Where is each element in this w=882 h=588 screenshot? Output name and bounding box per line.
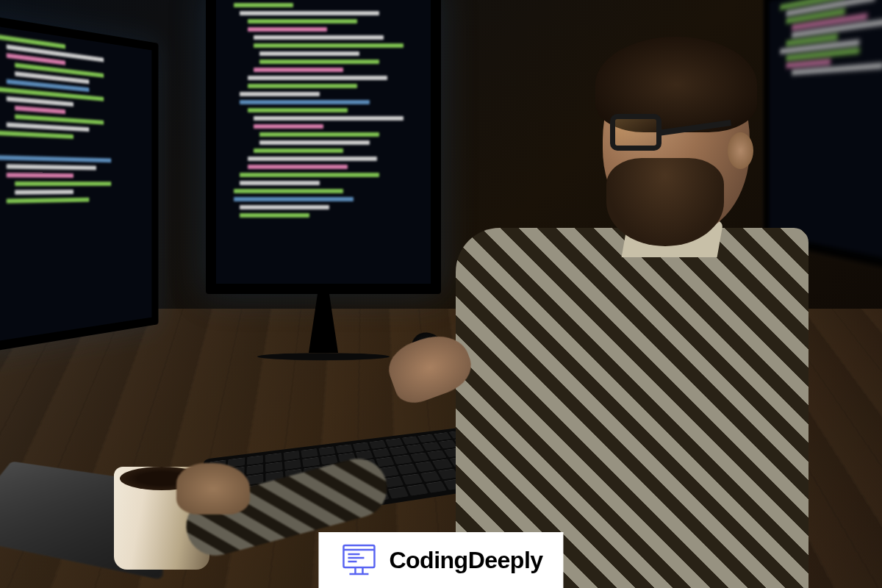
monitor-center [206,0,441,294]
brand-name: CodingDeeply [389,547,542,574]
person-programmer [441,44,808,559]
beard [606,158,724,246]
ear [728,132,753,169]
photograph-scene: CodingDeeply [0,0,882,588]
brand-watermark: CodingDeeply [318,532,563,588]
monitor-left [0,12,158,355]
left-hand [176,463,250,514]
svg-rect-0 [343,545,374,567]
glasses-lens [610,114,662,151]
code-content [216,0,431,229]
code-content [0,24,151,216]
computer-code-icon [339,542,379,578]
